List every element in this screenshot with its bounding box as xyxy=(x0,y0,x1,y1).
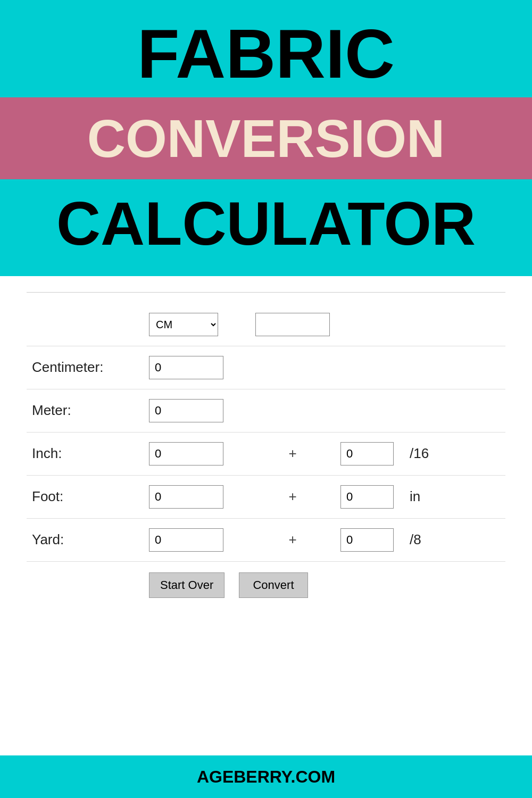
yard-row: Yard: + /8 xyxy=(27,518,505,561)
top-divider xyxy=(27,292,505,293)
meter-label: Meter: xyxy=(27,389,144,432)
centimeter-input-cell xyxy=(144,346,250,389)
yard-label: Yard: xyxy=(27,518,144,561)
yard-input[interactable] xyxy=(149,528,223,552)
calculator-section: CM Inch Foot Yard Meter Centimeter: xyxy=(0,276,532,756)
inch-frac-cell xyxy=(335,432,404,475)
meter-input[interactable] xyxy=(149,399,223,422)
centimeter-row: Centimeter: xyxy=(27,346,505,389)
foot-plus: + xyxy=(250,475,335,518)
footer-text: AGEBERRY.COM xyxy=(197,767,335,787)
meter-row: Meter: xyxy=(27,389,505,432)
button-row: Start Over Convert xyxy=(27,561,505,609)
yard-frac-cell xyxy=(335,518,404,561)
convert-button[interactable]: Convert xyxy=(239,572,307,598)
foot-suffix: in xyxy=(404,475,505,518)
fabric-title: FABRIC xyxy=(127,0,405,97)
inch-input-cell xyxy=(144,432,250,475)
meter-input-cell xyxy=(144,389,250,432)
inch-fraction-input[interactable] xyxy=(340,442,394,466)
button-cell: Start Over Convert xyxy=(144,561,505,609)
header-section: FABRIC CONVERSION CALCULATOR xyxy=(0,0,532,276)
unit-row: CM Inch Foot Yard Meter xyxy=(27,303,505,346)
foot-row: Foot: + in xyxy=(27,475,505,518)
foot-input[interactable] xyxy=(149,485,223,509)
calculator-title: CALCULATOR xyxy=(46,179,486,276)
centimeter-input[interactable] xyxy=(149,356,223,379)
yard-input-cell xyxy=(144,518,250,561)
unit-select-cell: CM Inch Foot Yard Meter xyxy=(144,303,250,346)
conversion-banner: CONVERSION xyxy=(0,97,532,179)
foot-input-cell xyxy=(144,475,250,518)
form-table: CM Inch Foot Yard Meter Centimeter: xyxy=(27,303,505,609)
centimeter-label: Centimeter: xyxy=(27,346,144,389)
yard-plus: + xyxy=(250,518,335,561)
yard-suffix: /8 xyxy=(404,518,505,561)
inch-input[interactable] xyxy=(149,442,223,466)
conversion-title: CONVERSION xyxy=(11,109,521,168)
inch-suffix: /16 xyxy=(404,432,505,475)
footer-section: AGEBERRY.COM xyxy=(0,755,532,798)
foot-frac-cell xyxy=(335,475,404,518)
inch-row: Inch: + /16 xyxy=(27,432,505,475)
start-over-button[interactable]: Start Over xyxy=(149,572,225,598)
unit-extra-input[interactable] xyxy=(255,313,330,336)
yard-fraction-input[interactable] xyxy=(340,528,394,552)
inch-plus: + xyxy=(250,432,335,475)
foot-fraction-input[interactable] xyxy=(340,485,394,509)
unit-label-cell xyxy=(27,303,144,346)
unit-extra-input-cell xyxy=(250,303,335,346)
foot-label: Foot: xyxy=(27,475,144,518)
unit-select[interactable]: CM Inch Foot Yard Meter xyxy=(149,313,218,336)
inch-label: Inch: xyxy=(27,432,144,475)
